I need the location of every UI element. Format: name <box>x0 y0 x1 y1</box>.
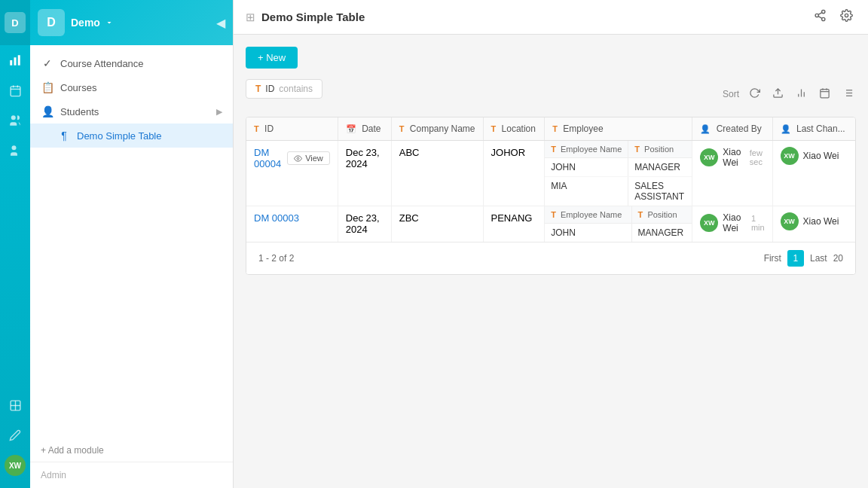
row2-lastchange-name: Xiao Wei <box>803 216 839 227</box>
col-createdby-label: Created By <box>717 124 762 134</box>
topbar-page-icon: ⊞ <box>246 11 255 24</box>
col-header-employee[interactable]: T Employee <box>545 117 692 141</box>
svg-rect-1 <box>14 57 17 66</box>
dropdown-icon <box>105 18 114 27</box>
row2-lastchange-avatar: XW <box>781 212 799 230</box>
emp-pos-icon2: T <box>638 210 643 219</box>
row1-view-button[interactable]: View <box>287 151 330 165</box>
svg-point-7 <box>11 115 16 120</box>
calendar-view-icon[interactable] <box>817 85 833 103</box>
app-logo: D <box>0 0 30 45</box>
sidebar-item-students[interactable]: 👤 Students ▶ <box>30 99 233 124</box>
row1-lastchange-cell: XW Xiao Wei <box>772 141 855 206</box>
view-btn-label: View <box>305 154 323 163</box>
topbar-share-icon[interactable] <box>811 8 830 26</box>
chart-icon[interactable] <box>0 45 30 75</box>
svg-point-19 <box>845 14 848 17</box>
emp-name-col-header: T Employee Name <box>545 141 628 158</box>
list-view-icon[interactable] <box>840 85 856 103</box>
demo-table-icon: ¶ <box>57 130 71 142</box>
pagination-nav: First 1 Last 20 <box>764 250 843 267</box>
emp-row: MIA SALES ASSISTANT <box>545 177 692 206</box>
svg-point-15 <box>815 14 818 17</box>
emp-row: JOHN MANAGER <box>545 158 692 177</box>
row1-location-cell: JOHOR <box>483 141 545 206</box>
emp2-pos: SALES ASSISTANT <box>628 177 692 206</box>
row1-createdby-name: Xiao Wei <box>723 147 741 168</box>
pen-icon[interactable] <box>0 420 30 450</box>
refresh-icon[interactable] <box>747 85 763 103</box>
row1-createdby-avatar: XW <box>700 148 718 166</box>
row1-company: ABC <box>392 141 483 164</box>
row2-company: ZBC <box>392 206 483 230</box>
chart-view-icon[interactable] <box>793 85 809 103</box>
calendar-icon[interactable] <box>0 75 30 105</box>
row2-id-link[interactable]: DM 00003 <box>254 212 299 224</box>
students-arrow-icon: ▶ <box>216 107 222 117</box>
user-avatar-strip[interactable]: XW <box>0 450 30 480</box>
pagination-first[interactable]: First <box>764 253 781 264</box>
emp-name-col-header2: T Employee Name <box>545 206 631 224</box>
emp-pos-label: Position <box>644 145 674 154</box>
emp-pos-col-header2: T Position <box>631 206 692 224</box>
sidebar-item-courses[interactable]: 📋 Courses <box>30 75 233 99</box>
table-header-row: T ID 📅 Date T Company Name <box>246 117 855 141</box>
col-header-date[interactable]: 📅 Date <box>338 117 391 141</box>
emp1-pos: MANAGER <box>628 158 692 177</box>
row2-location-cell: PENANG <box>483 206 545 242</box>
pagination-page-size[interactable]: 20 <box>833 253 843 264</box>
row1-location: JOHOR <box>484 141 545 164</box>
footer-admin-label: Admin <box>41 470 66 480</box>
sidebar-item-course-attendance[interactable]: ✓ Course Attendance <box>30 51 233 75</box>
emp-pos-icon: T <box>634 145 640 154</box>
add-module-button[interactable]: + Add a module <box>30 439 233 462</box>
location-col-icon: T <box>491 124 497 133</box>
users-icon[interactable] <box>0 105 30 136</box>
topbar-settings-icon[interactable] <box>837 8 856 26</box>
col-header-location[interactable]: T Location <box>483 117 545 141</box>
data-table: T ID 📅 Date T Company Name <box>246 117 855 242</box>
col-lastchange-label: Last Chan... <box>796 124 845 134</box>
sidebar-label-students: Students <box>60 106 99 117</box>
pagination-current[interactable]: 1 <box>787 250 804 267</box>
row2-date-cell: Dec 23, 2024 <box>338 206 391 242</box>
new-button[interactable]: + New <box>246 47 298 69</box>
page-title: Demo Simple Table <box>261 11 805 23</box>
export-icon[interactable] <box>770 85 786 103</box>
svg-rect-0 <box>10 60 12 66</box>
filter-field-icon: T <box>255 84 261 94</box>
col-header-created-by[interactable]: 👤 Created By <box>692 117 772 141</box>
filter-chip[interactable]: T ID contains <box>246 79 322 99</box>
row1-createdby: XW Xiao Wei few sec <box>692 141 772 174</box>
col-header-id[interactable]: T ID <box>246 117 338 141</box>
courses-icon: 📋 <box>41 81 54 93</box>
pagination-last[interactable]: Last <box>810 253 827 264</box>
sidebar-item-demo-simple-table[interactable]: ¶ Demo Simple Table <box>30 124 233 148</box>
sidebar-collapse-button[interactable]: ◀ <box>216 16 225 30</box>
svg-rect-2 <box>18 55 20 66</box>
col-header-last-change[interactable]: 👤 Last Chan... <box>772 117 855 141</box>
sidebar-logo: D <box>38 9 65 36</box>
svg-rect-3 <box>11 86 20 96</box>
pagination: 1 - 2 of 2 First 1 Last 20 <box>246 242 855 274</box>
row1-lastchange-name: Xiao Wei <box>803 151 839 161</box>
sort-label: Sort <box>723 89 739 99</box>
col-location-label: Location <box>502 124 536 134</box>
svg-point-14 <box>822 10 825 13</box>
row1-id-link[interactable]: DM 00004 <box>254 147 281 169</box>
person-add-icon[interactable] <box>0 136 30 166</box>
new-button-label: + New <box>258 52 286 63</box>
row2-createdby-cell: XW Xiao Wei 1 min <box>692 206 772 242</box>
box-icon[interactable] <box>0 390 30 420</box>
id-col-icon: T <box>254 124 259 133</box>
date-col-icon: 📅 <box>346 124 356 133</box>
sidebar-label-demo-simple-table: Demo Simple Table <box>77 130 161 142</box>
row1-date-cell: Dec 23, 2024 <box>338 141 391 206</box>
row2-createdby-time: 1 min <box>751 214 765 232</box>
row2-company-cell: ZBC <box>391 206 483 242</box>
svg-line-18 <box>818 13 822 15</box>
students-icon: 👤 <box>41 105 54 117</box>
col-header-company[interactable]: T Company Name <box>391 117 483 141</box>
table-scroll[interactable]: T ID 📅 Date T Company Name <box>246 117 855 242</box>
row2-createdby-avatar: XW <box>700 214 718 232</box>
